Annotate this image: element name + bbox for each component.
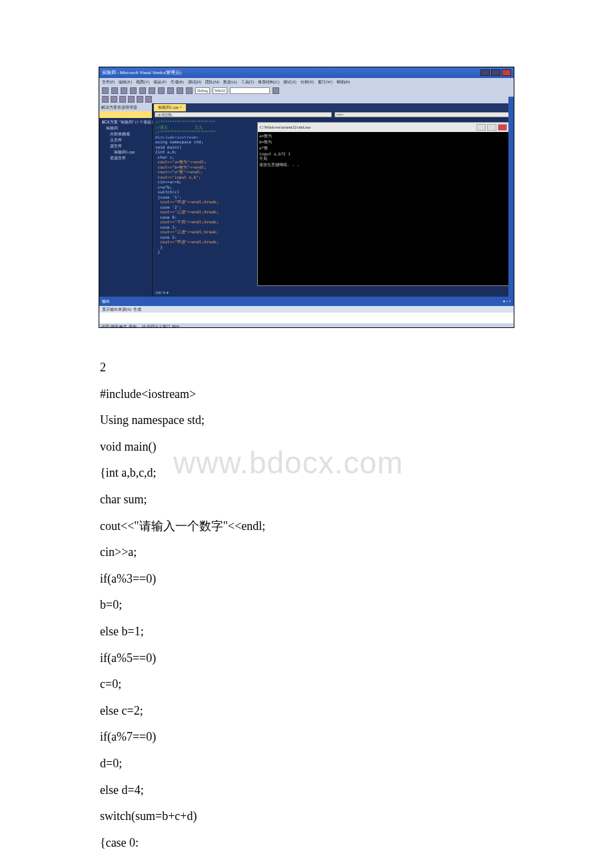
tree-item[interactable]: 外部依赖项 [101,131,151,137]
menubar: 文件(F) 编辑(E) 视图(V) 项目(P) 生成(B) 调试(D) 团队(M… [99,78,514,86]
scope-bar: (全局范围) main [153,111,514,118]
copy-icon[interactable] [149,87,155,94]
doc-line: {int a,b,c,d; [100,460,513,487]
tool-icon[interactable] [102,96,109,103]
menu-item[interactable]: 生成(B) [171,79,184,85]
tool-icon[interactable] [119,96,126,103]
menu-item[interactable]: 团队(M) [205,79,219,85]
right-sidebar[interactable] [508,97,514,297]
code-body-wrap: //***********************//课五 五九//******… [153,118,514,290]
tree-item[interactable]: 头文件 [101,137,151,143]
window-titlebar: 实验四 - Microsoft Visual Studio(管理员) [99,67,514,78]
platform-combo[interactable]: Win32 [213,87,227,94]
code-editor[interactable]: //***********************//课五 五九//******… [153,118,256,290]
console-title-text: C:\Windows\system32\cmd.exe [260,125,310,129]
paste-icon[interactable] [158,87,165,94]
output-source-label[interactable]: 显示输出来源(S): 生成 [102,307,141,312]
bottom-tabs: 代码 明亮 电生 题地 代 代码定义窗口 输出 [99,323,514,328]
doc-line: if(a%5==0) [100,645,513,672]
new-icon[interactable] [102,87,109,94]
doc-line: else d=4; [100,777,513,804]
tree-item[interactable]: 解决方案 "实验四" (1 个项目) [101,119,151,125]
scope-left[interactable]: (全局范围) [155,112,332,117]
doc-line: else c=2; [100,698,513,725]
doc-line: 2 [100,355,513,381]
output-header: 输出 ▾ ▫ × [99,298,514,306]
maximize-button[interactable] [491,69,500,76]
minimize-button[interactable] [480,69,490,76]
cut-icon[interactable] [139,87,146,94]
tool-icon[interactable] [128,96,135,103]
scope-right[interactable]: main [334,112,512,117]
bottom-tab[interactable]: 代码 明亮 电生 题地 [101,324,137,329]
ide-screenshot: 实验四 - Microsoft Visual Studio(管理员) 文件(F)… [99,67,514,328]
menu-item[interactable]: 项目(P) [153,79,166,85]
find-icon[interactable] [273,87,279,94]
undo-icon[interactable] [167,87,174,94]
solution-tree[interactable]: 解决方案 "实验四" (1 个项目) 实验四 外部依赖项 头文件 源文件 实验四… [99,118,152,297]
doc-line: cout<<"请输入一个数字"<<endl; [100,513,513,540]
doc-line: if(a%7==0) [100,724,513,751]
editor-area: 实验四1.cpp × (全局范围) main //***************… [153,103,514,297]
console-min-button[interactable] [476,124,486,131]
doc-line: Using namespace std; [100,407,513,434]
config-combo[interactable]: Debug [195,87,210,94]
menu-item[interactable]: 工具(T) [241,79,255,85]
doc-line: {case 0: [100,830,513,857]
menu-item[interactable]: 体系结构(C) [258,79,279,85]
doc-line: else b=1; [100,619,513,645]
menu-item[interactable]: 文件(F) [102,79,115,85]
tree-item[interactable]: 实验四1.cpp [101,149,151,155]
doc-line: c=0; [100,671,513,698]
doc-line: void main() [100,434,513,461]
console-max-button[interactable] [487,124,496,131]
toolbar-secondary [99,95,514,103]
tree-item[interactable]: 实验四 [101,125,151,131]
window-controls [480,69,511,76]
redo-icon[interactable] [177,87,183,94]
console-output: a=整为 b=整为 a*整 input a,b?2 1 平局 请按任意键继续. … [258,132,509,285]
tool-icon[interactable] [137,96,143,103]
editor-zoom[interactable]: 100 % ▾ [153,290,514,297]
page: 实验四 - Microsoft Visual Studio(管理员) 文件(F)… [0,67,613,856]
tool-icon[interactable] [111,96,117,103]
tool-icon[interactable] [145,96,152,103]
solution-explorer: 解决方案资源管理器 解决方案 "实验四" (1 个项目) 实验四 外部依赖项 头… [99,103,153,297]
doc-line: switch(sum=b+c+d) [100,803,513,830]
doc-line: d=0; [100,751,513,777]
bottom-tab[interactable]: 代 代码定义窗口 输出 [142,324,180,329]
solution-header: 解决方案资源管理器 [99,103,152,111]
output-pin-icon[interactable]: ▾ ▫ × [503,299,511,305]
window-title: 实验四 - Microsoft Visual Studio(管理员) [102,69,182,76]
save-icon[interactable] [121,87,127,94]
output-title: 输出 [102,299,110,305]
toolbar: Debug Win32 [99,86,514,95]
menu-item[interactable]: 窗口(W) [318,79,332,85]
output-panel: 输出 ▾ ▫ × 显示输出来源(S): 生成 [99,297,514,323]
editor-tabs: 实验四1.cpp × [153,103,514,111]
console-titlebar: C:\Windows\system32\cmd.exe [258,123,509,132]
doc-line: b=0; [100,592,513,619]
close-button[interactable] [502,69,511,76]
solution-toolbar [99,111,152,118]
menu-item[interactable]: 分析(N) [301,79,314,85]
console-window: C:\Windows\system32\cmd.exe a=整为 b=整为 a*… [257,122,510,286]
run-icon[interactable] [186,87,193,94]
menu-item[interactable]: 视图(V) [136,79,149,85]
saveall-icon[interactable] [130,87,137,94]
doc-line: char sum; [100,487,513,513]
menu-item[interactable]: 帮助(H) [336,79,350,85]
target-combo[interactable] [230,87,270,94]
doc-line: if(a%3==0) [100,566,513,593]
menu-item[interactable]: 调试(D) [188,79,201,85]
menu-item[interactable]: 编辑(E) [119,79,132,85]
output-toolbar: 显示输出来源(S): 生成 [99,306,514,313]
tree-item[interactable]: 源文件 [101,143,151,149]
menu-item[interactable]: 数据(A) [223,79,237,85]
open-icon[interactable] [111,87,118,94]
menu-item[interactable]: 测试(S) [283,79,296,85]
editor-tab[interactable]: 实验四1.cpp × [154,104,186,111]
doc-line: #include<iostream> [100,381,513,408]
console-close-button[interactable] [498,124,507,131]
tree-item[interactable]: 资源文件 [101,155,151,161]
